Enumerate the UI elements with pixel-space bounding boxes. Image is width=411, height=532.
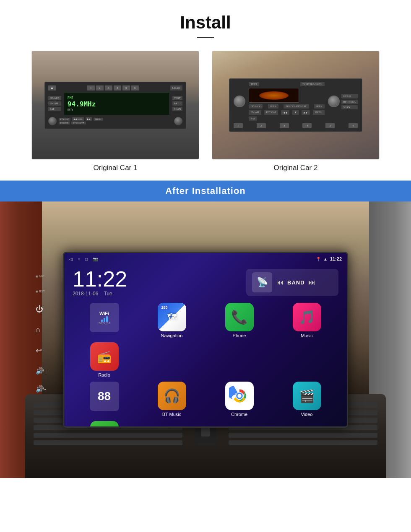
main-top-area: 11:22 2018-11-06 Tue 📡 ⏮: [64, 265, 347, 299]
after-header: After Installation: [0, 181, 411, 201]
carsetting-icon: 🚗: [90, 421, 119, 426]
app-grid-row2: 88 🎧 BT Music: [64, 382, 347, 426]
band-label: BAND: [287, 279, 305, 286]
svg-point-5: [237, 394, 241, 398]
radio-widget[interactable]: 📡 ⏮ BAND ⏭: [246, 269, 338, 296]
wifi-main-label: WiFi: [99, 311, 109, 316]
video-icon: 🎬: [293, 382, 321, 410]
android-head-unit[interactable]: ◁ ○ □ 📷 📍 ▲ 11:22 11:22: [63, 252, 348, 428]
date-display: 2018-11-06 Tue: [73, 291, 238, 297]
widget-88[interactable]: 88: [90, 382, 119, 411]
radio-app-icon: 📻: [90, 342, 119, 371]
android-car-container: ◉ MIC ◉ RST ⏻ ⌂ ↩ 🔊+ 🔊- ◁ ○ □: [0, 201, 411, 478]
app-grid: WiFi SRD_SJ 28: [64, 299, 347, 382]
wifi-bar-3: [106, 316, 108, 322]
music-icon: 🎵: [293, 303, 321, 331]
after-header-text: After Installation: [165, 186, 246, 196]
car1-photo: ▲ 1 2 3 4 5 6 LOAD: [31, 51, 199, 160]
car1-container: ▲ 1 2 3 4 5 6 LOAD: [31, 51, 199, 172]
app-video[interactable]: 🎬 Video: [275, 382, 338, 417]
status-right: 📍 ▲ 11:22: [316, 256, 342, 261]
radio-app-label: Radio: [98, 372, 110, 377]
car2-label: Original Car 2: [274, 164, 318, 172]
nav-icon: 280 🗺: [158, 303, 186, 331]
wifi-widget[interactable]: WiFi SRD_SJ: [90, 303, 119, 332]
chrome-icon: [225, 382, 254, 410]
phone-icon: 📞: [225, 303, 254, 331]
app-bt-music[interactable]: 🎧 BT Music: [140, 382, 203, 417]
wifi-ssid-label: SRD_SJ: [99, 322, 110, 325]
after-section: After Installation: [0, 181, 411, 478]
radio-controls: ⏮ BAND ⏭: [276, 278, 316, 287]
car2-container: TEXT TUNE/TRACK/CH CD/AUX SEEK FOLDER/PT…: [212, 51, 380, 172]
prev-track-btn[interactable]: ⏮: [276, 278, 284, 287]
screenshot-icon[interactable]: 📷: [93, 257, 98, 261]
back-icon[interactable]: ◁: [69, 257, 73, 261]
clock-display: 11:22: [73, 268, 238, 290]
header-divider: [197, 37, 214, 38]
recents-icon[interactable]: □: [85, 257, 88, 261]
app-navigation[interactable]: 280 🗺 Navigation: [140, 303, 203, 338]
widget-88-item[interactable]: 88: [73, 382, 136, 417]
next-track-btn[interactable]: ⏭: [308, 278, 316, 287]
app-radio[interactable]: 📻 Radio: [73, 342, 136, 377]
bt-music-icon: 🎧: [158, 382, 186, 410]
radio-icon-box: 📡: [252, 272, 272, 292]
wifi-status-icon: ▲: [323, 257, 328, 261]
location-icon: 📍: [316, 257, 321, 261]
car1-label: Original Car 1: [94, 164, 138, 172]
status-bar: ◁ ○ □ 📷 📍 ▲ 11:22: [64, 253, 347, 265]
car2-photo: TEXT TUNE/TRACK/CH CD/AUX SEEK FOLDER/PT…: [212, 51, 380, 160]
before-section: ▲ 1 2 3 4 5 6 LOAD: [0, 51, 411, 181]
app-music[interactable]: 🎵 Music: [275, 303, 338, 338]
bt-music-label: BT Music: [162, 412, 182, 417]
side-controls: ◉ MIC ◉ RST ⏻ ⌂ ↩ 🔊+ 🔊-: [36, 275, 48, 393]
wifi-bar-2: [104, 318, 105, 322]
status-time: 11:22: [330, 256, 342, 261]
app-chrome[interactable]: Chrome: [208, 382, 271, 417]
home-icon[interactable]: ○: [78, 257, 80, 261]
video-label: Video: [301, 412, 313, 417]
phone-label: Phone: [233, 333, 246, 338]
app-carsetting[interactable]: 🚗 CarSetting: [73, 421, 136, 426]
page-title: Install: [0, 13, 411, 33]
wifi-widget-item[interactable]: WiFi SRD_SJ: [73, 303, 136, 338]
page-header: Install: [0, 0, 411, 51]
app-phone[interactable]: 📞 Phone: [208, 303, 271, 338]
music-label: Music: [301, 333, 313, 338]
wifi-signal-bars: [101, 316, 108, 322]
status-left: ◁ ○ □ 📷: [69, 257, 98, 261]
radio-signal-icon: 📡: [257, 277, 268, 288]
time-display: 11:22 2018-11-06 Tue: [73, 268, 238, 297]
nav-label: Navigation: [161, 333, 183, 338]
chrome-label: Chrome: [231, 412, 247, 417]
android-screen: ◁ ○ □ 📷 📍 ▲ 11:22 11:22: [64, 253, 347, 426]
